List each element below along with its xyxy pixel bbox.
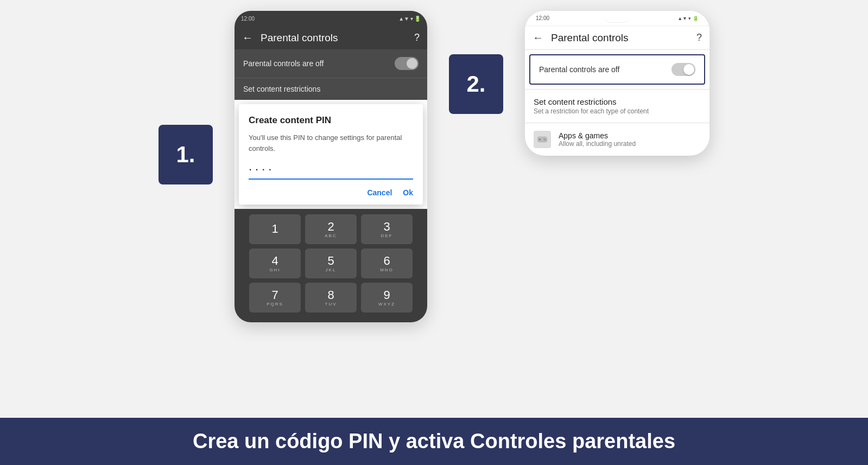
- dialog-actions: Cancel Ok: [249, 188, 413, 197]
- step-2-label: 2.: [466, 71, 485, 97]
- phone-2-app-header: ← Parental controls ?: [525, 26, 709, 50]
- phone-1-statusbar: 12:00 ▲▼ ▾ 🔋: [235, 11, 427, 26]
- phone-1-content-title: Set content restrictions: [243, 85, 419, 93]
- phone-notch: [315, 11, 347, 23]
- apps-title: Apps & games: [559, 131, 636, 140]
- signal-text: ▲▼: [398, 16, 409, 22]
- apps-subtitle: Allow all, including unrated: [559, 140, 636, 148]
- svg-point-4: [544, 139, 546, 141]
- phone-1-group: 12:00 ▲▼ ▾ 🔋 ← Parental controls ? Paren…: [235, 11, 427, 322]
- phone-1-toggle-thumb: [407, 58, 417, 69]
- pin-input-area[interactable]: ····: [249, 162, 413, 180]
- svg-point-3: [544, 138, 545, 139]
- pin-dots: ····: [249, 162, 275, 176]
- key-8[interactable]: 8 TUV: [305, 283, 357, 313]
- phone-2-header-title: Parental controls: [551, 32, 689, 44]
- phone-1-toggle-label: Parental controls are off: [243, 59, 324, 68]
- key-3[interactable]: 3 DEF: [361, 214, 413, 244]
- keyboard-row-3: 7 PQRS 8 TUV 9 WXYZ: [239, 283, 423, 313]
- keyboard-row-2: 4 GHI 5 JKL 6 MNO: [239, 249, 423, 278]
- key-9[interactable]: 9 WXYZ: [361, 283, 413, 313]
- phone-2-group: 12:00 ▲▼ ▾ 🔋 ← Parental controls ? Paren…: [525, 11, 709, 156]
- phone-1-toggle-switch[interactable]: [395, 57, 419, 70]
- gamepad-icon: [536, 133, 548, 145]
- main-content: 1. 12:00 ▲▼ ▾ 🔋 ← Parental controls ?: [0, 0, 868, 418]
- pin-dialog-desc: You'll use this PIN to change settings f…: [249, 132, 413, 154]
- svg-rect-2: [540, 138, 541, 141]
- phone-1-header-title: Parental controls: [261, 32, 407, 44]
- phone-1-back-arrow[interactable]: ←: [242, 31, 253, 44]
- phone-1-app-header: ← Parental controls ?: [235, 26, 427, 49]
- phone-2-toggle-thumb: [683, 64, 694, 75]
- key-2[interactable]: 2 ABC: [305, 214, 357, 244]
- keyboard-area: 1 2 ABC 3 DEF 4 GHI: [235, 209, 427, 322]
- step-2-badge: 2.: [449, 54, 503, 114]
- pin-dialog-title: Create content PIN: [249, 115, 413, 126]
- phone-1-help-icon[interactable]: ?: [414, 32, 420, 43]
- status-time: 12:00: [241, 16, 255, 22]
- phone-2-back-arrow[interactable]: ←: [533, 31, 543, 44]
- apps-text-group: Apps & games Allow all, including unrate…: [559, 131, 636, 148]
- key-5[interactable]: 5 JKL: [305, 249, 357, 278]
- step-1-label: 1.: [176, 142, 195, 168]
- key-6[interactable]: 6 MNO: [361, 249, 413, 278]
- phone-2-help-icon[interactable]: ?: [696, 32, 702, 43]
- phone-2-toggle-label: Parental controls are off: [539, 65, 619, 74]
- phone-2-toggle-row[interactable]: Parental controls are off: [529, 54, 705, 85]
- phone-1-content-row[interactable]: Set content restrictions: [235, 78, 427, 100]
- phone-1-mockup: 12:00 ▲▼ ▾ 🔋 ← Parental controls ? Paren…: [235, 11, 427, 322]
- cancel-button[interactable]: Cancel: [367, 188, 392, 197]
- apps-games-icon: [534, 131, 551, 148]
- ok-button[interactable]: Ok: [403, 188, 413, 197]
- keyboard-row-1: 1 2 ABC 3 DEF: [239, 214, 423, 244]
- key-1[interactable]: 1: [249, 214, 301, 244]
- bottom-banner: Crea un código PIN y activa Controles pa…: [0, 418, 868, 465]
- phone2-time: 12:00: [536, 15, 549, 21]
- phone-2-content-title: Set content restrictions: [534, 97, 701, 106]
- phone-2-content-section: Set content restrictions Set a restricti…: [525, 90, 709, 123]
- key-4[interactable]: 4 GHI: [249, 249, 301, 278]
- svg-rect-0: [537, 137, 547, 143]
- wifi-icon: ▾: [410, 16, 413, 22]
- step-1-badge: 1.: [159, 125, 213, 184]
- phone-2-toggle-switch[interactable]: [671, 63, 695, 76]
- phone-2-statusbar: 12:00 ▲▼ ▾ 🔋: [525, 11, 709, 26]
- battery-icon: 🔋: [414, 16, 421, 22]
- phone-1-toggle-row[interactable]: Parental controls are off: [235, 49, 427, 78]
- phone-2-content-subtitle: Set a restriction for each type of conte…: [534, 107, 701, 115]
- key-7[interactable]: 7 PQRS: [249, 283, 301, 313]
- apps-games-row[interactable]: Apps & games Allow all, including unrate…: [525, 123, 709, 156]
- bottom-banner-text: Crea un código PIN y activa Controles pa…: [193, 430, 675, 453]
- signal-icons: ▲▼ ▾ 🔋: [398, 16, 421, 22]
- phone2-signal: ▲▼ ▾ 🔋: [677, 16, 699, 21]
- pin-dialog: Create content PIN You'll use this PIN t…: [239, 104, 423, 205]
- phone-2-mockup: 12:00 ▲▼ ▾ 🔋 ← Parental controls ? Paren…: [525, 11, 709, 156]
